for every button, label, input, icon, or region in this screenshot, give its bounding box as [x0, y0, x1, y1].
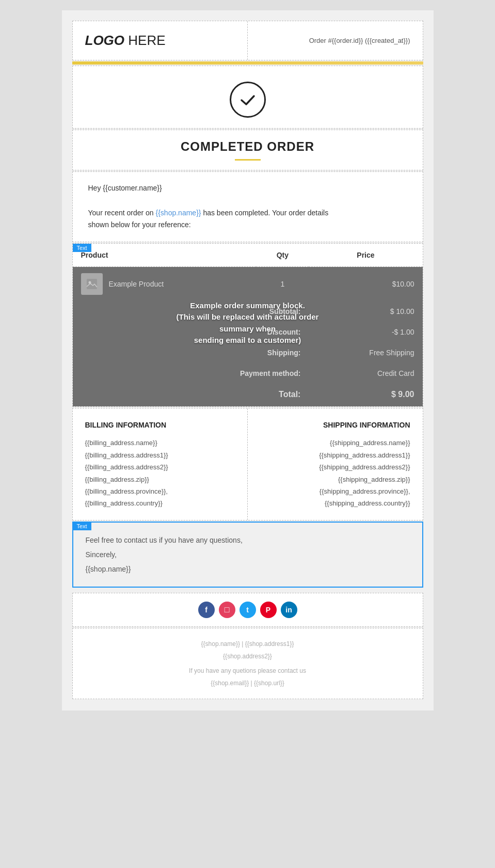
billing-col: BILLING INFORMATION {{billing_address.na… — [73, 408, 248, 520]
product-cell: Example Product — [73, 267, 257, 302]
shipping-province: {{shipping_address.province}}, — [260, 485, 410, 497]
product-price: $10.00 — [309, 267, 422, 302]
logo-rest: HERE — [124, 33, 165, 48]
bottom-text-section: Text Feel free to contact us if you have… — [72, 522, 423, 588]
page-title: COMPLETED ORDER — [83, 139, 412, 154]
logo-text: LOGO HERE — [85, 33, 166, 49]
billing-address1: {{billing_address.address1}} — [85, 449, 235, 461]
facebook-icon[interactable]: f — [198, 602, 215, 618]
billing-title: BILLING INFORMATION — [85, 419, 235, 432]
shipping-title: SHIPPING INFORMATION — [260, 419, 410, 432]
svg-rect-0 — [87, 279, 97, 289]
greeting-line2: Your recent order on {{shop.name}} has b… — [88, 207, 407, 219]
greeting-line3: shown below for your reference: — [88, 219, 407, 231]
order-info: Order #{{order.id}} ({{created_at}}) — [248, 21, 423, 60]
summary-total-row: Total: $ 9.00 — [73, 384, 423, 406]
shipping-name: {{shipping_address.name}} — [260, 437, 410, 449]
checkmark-icon — [230, 82, 266, 118]
total-value: $ 9.00 — [309, 384, 422, 406]
yellow-divider — [72, 61, 423, 65]
product-image — [81, 273, 103, 295]
product-qty: 1 — [256, 267, 309, 302]
billing-province: {{billing_address.province}}, — [85, 485, 235, 497]
shipping-address2: {{shipping_address.address2}} — [260, 461, 410, 473]
payment-value: Credit Card — [309, 363, 422, 384]
shop-name-link: {{shop.name}} — [156, 209, 201, 217]
footer-contact: If you have any quetions please contact … — [83, 665, 412, 677]
billing-country: {{billing_address.country}} — [85, 497, 235, 509]
social-section: f □ t P in — [72, 593, 423, 627]
overlay-line1: Example order summary block. — [165, 299, 330, 311]
greeting-section: Hey {{customer.name}} Your recent order … — [72, 171, 423, 242]
billing-name: {{billing_address.name}} — [85, 437, 235, 449]
instagram-icon[interactable]: □ — [219, 602, 235, 618]
col-price: Price — [309, 244, 422, 267]
bottom-line3: {{shop.name}} — [86, 562, 410, 576]
text-badge[interactable]: Text — [73, 244, 91, 252]
total-label: Total: — [73, 384, 309, 406]
logo-bold: LOGO — [85, 33, 125, 48]
bottom-line2: Sincerely, — [86, 547, 410, 562]
greeting-line1: Hey {{customer.name}} — [88, 182, 407, 195]
title-underline — [235, 159, 261, 161]
summary-payment-row: Payment method: Credit Card — [73, 363, 423, 384]
bottom-text-badge[interactable]: Text — [73, 522, 91, 530]
table-row: Example Product 1 $10.00 — [73, 267, 423, 302]
shipping-col: SHIPPING INFORMATION {{shipping_address.… — [248, 408, 423, 520]
address-section: BILLING INFORMATION {{billing_address.na… — [72, 408, 423, 520]
footer-section: {{shop.name}} | {{shop.address1}} {{shop… — [72, 628, 423, 699]
footer-line2: {{shop.address2}} — [83, 650, 412, 662]
bottom-text-content: Feel free to contact us if you have any … — [73, 523, 422, 587]
twitter-icon[interactable]: t — [239, 602, 256, 618]
col-qty: Qty — [256, 244, 309, 267]
social-icons-row: f □ t P in — [83, 602, 412, 618]
title-section: COMPLETED ORDER — [72, 130, 423, 170]
checkmark-section — [72, 66, 423, 129]
shipping-country: {{shipping_address.country}} — [260, 497, 410, 509]
billing-address2: {{billing_address.address2}} — [85, 461, 235, 473]
overlay-message: Example order summary block. (This will … — [165, 299, 330, 346]
overlay-line2: (This will be replaced with actual order… — [165, 311, 330, 335]
shipping-address1: {{shipping_address.address1}} — [260, 449, 410, 461]
overlay-line3: sending email to a customer) — [165, 335, 330, 346]
bottom-line1: Feel free to contact us if you have any … — [86, 533, 410, 547]
linkedin-icon[interactable]: in — [281, 602, 297, 618]
footer-line1: {{shop.name}} | {{shop.address1}} — [83, 638, 412, 650]
billing-zip: {{billing_address.zip}} — [85, 474, 235, 485]
logo-area: LOGO HERE — [73, 21, 248, 60]
product-name: Example Product — [109, 280, 164, 288]
shipping-zip: {{shipping_address.zip}} — [260, 474, 410, 485]
col-product: Product — [73, 244, 257, 267]
footer-line3: {{shop.email}} | {{shop.url}} — [83, 677, 412, 689]
pinterest-icon[interactable]: P — [260, 602, 277, 618]
payment-label: Payment method: — [73, 363, 309, 384]
order-section: Text Product Qty Price — [72, 243, 423, 407]
